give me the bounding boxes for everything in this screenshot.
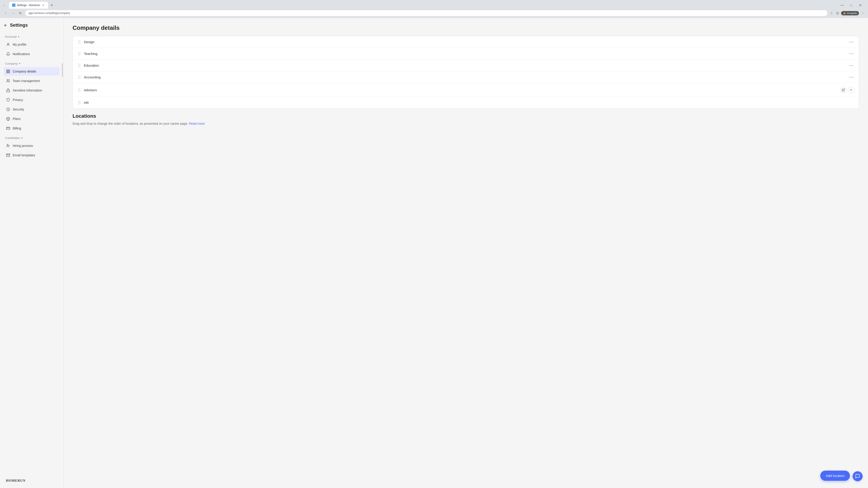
title-bar: ‹ H Settings · Homerun ✕ + — □ ✕ [0,0,868,8]
sidebar-item-team-management[interactable]: Team management [4,76,60,85]
security-label: Security [13,107,24,111]
email-templates-label: Email templates [13,153,35,157]
locations-section: Locations Drag and drop to change the or… [72,113,859,125]
email-icon [6,153,10,158]
dept-actions-education [848,64,854,67]
department-name-teaching: Teaching [84,52,846,56]
tab-nav-back[interactable]: ‹ [3,3,6,8]
logo-text: HOMERUN [6,479,57,483]
sidebar-item-billing[interactable]: Billing [4,124,60,133]
sidebar-item-my-profile[interactable]: My profile [4,40,60,49]
plans-label: Plans [13,117,21,121]
menu-button[interactable]: ⋮ [860,10,865,16]
sidebar-item-email-templates[interactable]: Email templates [4,151,60,160]
svg-point-0 [7,43,9,44]
new-tab-button[interactable]: + [49,2,55,8]
split-screen-button[interactable]: ⊡ [835,10,840,16]
department-name-advisers: Advisers [84,88,837,92]
edit-advisers-button[interactable] [840,87,846,93]
remove-advisers-button[interactable]: ✕ [848,87,854,93]
dept-actions-advisers: ✕ [840,87,854,93]
sidebar-item-notifications[interactable]: Notifications [4,50,60,58]
privacy-label: Privacy [13,98,23,102]
url-bar[interactable]: app.homerun.co/settings/company [25,10,827,16]
candidates-chevron-icon: ▼ [21,137,23,139]
my-profile-label: My profile [13,43,26,46]
reload-button[interactable]: ↻ [17,10,24,16]
locations-title: Locations [72,113,859,119]
tab-title: Settings · Homerun [17,4,40,7]
close-window-button[interactable]: ✕ [857,2,864,8]
minimize-button[interactable]: — [839,2,845,8]
hiring-process-label: Hiring process [13,144,33,148]
settings-title: Settings [10,23,28,28]
personal-section-label: Personal ▼ [5,35,60,38]
sidebar-scrollbar[interactable] [62,63,63,77]
incognito-badge: 🕵 Incognito [841,11,859,15]
svg-rect-4 [8,72,10,73]
chat-button[interactable] [852,471,863,481]
browser-chrome: ‹ H Settings · Homerun ✕ + — □ ✕ ← → ↻ a… [0,0,868,18]
svg-rect-9 [6,127,10,130]
active-tab[interactable]: H Settings · Homerun ✕ [9,2,48,8]
candidates-section-label: Candidates ▼ [5,136,60,140]
maximize-button[interactable]: □ [848,2,855,8]
tab-nav: ‹ [3,3,6,8]
department-item-advisers: Advisers ✕ [73,83,859,97]
browser-actions: ☆ ⊡ 🕵 Incognito ⋮ [829,10,865,16]
bookmark-button[interactable]: ☆ [829,10,834,16]
grid-icon [6,69,10,74]
tab-bar: H Settings · Homerun ✕ + [9,2,55,8]
drag-handle-accounting[interactable] [77,75,81,79]
notifications-label: Notifications [13,52,30,56]
url-text: app.homerun.co/settings/company [29,11,70,15]
tab-favicon: H [12,4,16,7]
security-icon [6,107,10,111]
department-item-education: Education [73,60,859,71]
main-content: Company details Design [64,18,868,488]
sidebar-item-privacy[interactable]: Privacy [4,96,60,104]
department-item-accounting: Accounting [73,71,859,83]
department-item-hr: HR [73,97,859,108]
department-item-teaching: Teaching [73,48,859,60]
sidebar-item-plans[interactable]: Plans [4,115,60,123]
homerun-logo: HOMERUN [4,475,60,484]
lock-icon [6,88,10,93]
address-bar: ← → ↻ app.homerun.co/settings/company ☆ … [0,8,868,18]
drag-handle-design[interactable] [77,40,81,44]
three-dots-accounting[interactable] [848,76,854,78]
three-dots-teaching[interactable] [848,53,854,55]
svg-point-5 [7,79,8,80]
add-location-label: Add location [826,474,844,478]
billing-icon [6,126,10,131]
department-item-design: Design [73,36,859,48]
bell-icon [6,52,10,56]
three-dots-education[interactable] [848,64,854,67]
sidebar-item-sensitive-information[interactable]: Sensitive information [4,86,60,95]
dept-actions-accounting [848,76,854,78]
sidebar-item-company-details[interactable]: Company details [4,67,60,76]
tab-close-button[interactable]: ✕ [41,3,45,7]
sidebar-item-hiring-process[interactable]: Hiring process [4,141,60,150]
sidebar-item-security[interactable]: Security [4,105,60,113]
add-location-button[interactable]: Add location [820,470,850,481]
locations-description: Drag and drop to change the order of loc… [72,122,859,125]
drag-handle-teaching[interactable] [77,52,81,56]
sidebar-back[interactable]: Settings [4,23,60,28]
dept-actions-teaching [848,53,854,55]
department-name-accounting: Accounting [84,75,846,79]
drag-handle-advisers[interactable] [77,88,81,92]
shield-icon [6,98,10,102]
three-dots-design[interactable] [848,41,854,43]
drag-handle-education[interactable] [77,63,81,68]
cube-icon [6,117,10,121]
drag-handle-hr[interactable] [77,101,81,105]
read-more-link[interactable]: Read more [189,122,205,125]
people-icon [6,78,10,83]
forward-button[interactable]: → [10,10,16,16]
back-button[interactable]: ← [3,10,9,16]
sensitive-information-label: Sensitive information [13,89,42,92]
personal-chevron-icon: ▼ [18,35,20,38]
chat-icon [855,474,860,479]
page-title: Company details [72,24,859,31]
